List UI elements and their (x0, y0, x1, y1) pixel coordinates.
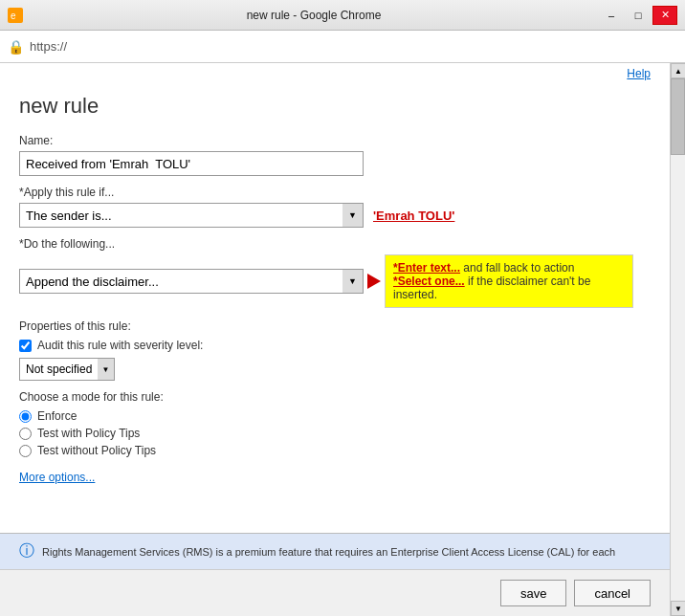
window-title: new rule - Google Chrome (29, 9, 599, 22)
test-with-tips-radio-row: Test with Policy Tips (19, 427, 651, 440)
do-following-select[interactable]: Append the disclaimer... (19, 269, 364, 294)
test-without-tips-label: Test without Policy Tips (37, 444, 156, 457)
red-arrow-icon (367, 274, 381, 289)
address-text: https:// (30, 39, 67, 54)
title-bar: e new rule - Google Chrome – □ ✕ (0, 0, 685, 31)
content-area: Help new rule Name: *Apply this rule if.… (0, 63, 670, 616)
sender-link[interactable]: 'Emrah TOLU' (373, 209, 454, 223)
more-options-link[interactable]: More options... (19, 471, 95, 484)
info-bar: ⓘ Rights Management Services (RMS) is a … (0, 533, 670, 569)
disclaimer-line2: *Select one... if the disclaimer can't b… (393, 275, 625, 301)
audit-checkbox[interactable] (19, 340, 32, 352)
properties-section: Properties of this rule: Audit this rule… (19, 319, 651, 484)
mode-label: Choose a mode for this rule: (19, 390, 651, 404)
do-following-row: Append the disclaimer... ▼ *Enter text..… (19, 254, 651, 308)
disclaimer-line1: *Enter text... and fall back to action (393, 261, 625, 275)
svg-text:e: e (11, 11, 16, 21)
info-text: Rights Management Services (RMS) is a pr… (42, 546, 615, 558)
apply-rule-select-container: The sender is... ▼ (19, 203, 364, 228)
apply-rule-row: The sender is... ▼ 'Emrah TOLU' (19, 203, 651, 228)
mode-section: Choose a mode for this rule: Enforce Tes… (19, 390, 651, 457)
window-controls: – □ ✕ (599, 6, 677, 25)
do-following-label: *Do the following... (19, 237, 651, 251)
inner-content: new rule Name: *Apply this rule if... Th… (0, 80, 670, 533)
enforce-radio[interactable] (19, 410, 32, 423)
test-with-tips-radio[interactable] (19, 428, 32, 440)
lock-icon: 🔒 (8, 39, 24, 55)
enforce-radio-row: Enforce (19, 409, 651, 423)
severity-select[interactable]: Not specified (19, 358, 115, 381)
test-with-tips-label: Test with Policy Tips (37, 427, 140, 440)
enforce-label: Enforce (37, 409, 77, 423)
name-input[interactable] (19, 151, 364, 176)
select-one-link[interactable]: *Select one... (393, 275, 465, 288)
test-without-tips-radio[interactable] (19, 445, 32, 457)
app-icon: e (8, 8, 23, 23)
save-button[interactable]: save (500, 580, 566, 606)
address-bar: 🔒 https:// (0, 31, 685, 63)
do-following-select-container: Append the disclaimer... ▼ (19, 269, 364, 294)
help-link[interactable]: Help (0, 63, 670, 80)
enter-text-link[interactable]: *Enter text... (393, 261, 460, 275)
scroll-down-button[interactable]: ▼ (671, 601, 685, 616)
test-without-tips-radio-row: Test without Policy Tips (19, 444, 651, 457)
main-container: Help new rule Name: *Apply this rule if.… (0, 63, 685, 616)
severity-dropdown-row: Not specified ▼ (19, 358, 651, 381)
name-label: Name: (19, 134, 651, 147)
scroll-thumb[interactable] (671, 78, 685, 155)
cancel-button[interactable]: cancel (574, 580, 651, 606)
apply-rule-label: *Apply this rule if... (19, 186, 651, 199)
close-button[interactable]: ✕ (652, 6, 677, 25)
disclaimer-box: *Enter text... and fall back to action *… (385, 254, 633, 308)
arrow-indicator (364, 274, 381, 289)
severity-dropdown-container: Not specified ▼ (19, 358, 115, 381)
info-icon: ⓘ (19, 541, 34, 561)
page-title: new rule (19, 88, 651, 119)
enter-text-suffix: and fall back to action (460, 261, 574, 275)
minimize-button[interactable]: – (599, 6, 624, 25)
properties-label: Properties of this rule: (19, 319, 651, 333)
scroll-track (671, 78, 685, 601)
audit-checkbox-row: Audit this rule with severity level: (19, 339, 651, 352)
apply-rule-select[interactable]: The sender is... (19, 203, 364, 228)
scroll-up-button[interactable]: ▲ (671, 63, 685, 78)
audit-label: Audit this rule with severity level: (37, 339, 203, 352)
scrollbar[interactable]: ▲ ▼ (670, 63, 685, 616)
maximize-button[interactable]: □ (626, 6, 651, 25)
footer: save cancel (0, 569, 670, 616)
